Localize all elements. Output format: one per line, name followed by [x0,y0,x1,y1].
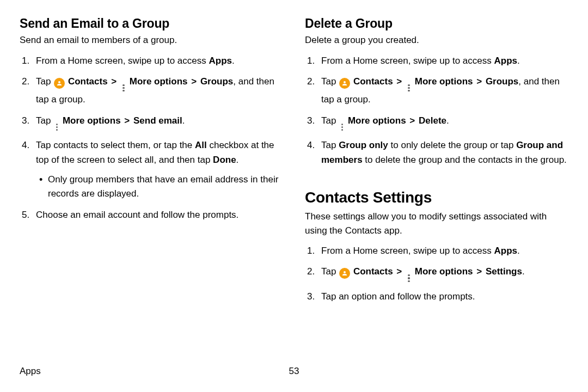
more-options-label: More options [63,115,121,126]
text: From a Home screen, swipe up to access [321,246,494,256]
text: to delete the group and the contacts in … [363,155,567,165]
settings-label: Settings [486,266,522,277]
chevron-icon: > [124,115,130,126]
apps-label: Apps [209,56,232,66]
text: Tap [36,76,53,87]
more-options-label: More options [415,76,473,87]
text: Only group members that have an email ad… [48,174,278,199]
text: . [446,115,449,126]
text: From a Home screen, swipe up to access [321,56,494,66]
step-item: Tap More options > Delete. [305,114,568,132]
step-item: Tap an option and follow the prompts. [305,290,568,304]
chevron-icon: > [111,76,117,87]
delete-group-steps: From a Home screen, swipe up to access A… [305,54,568,168]
step-item: Tap Contacts > More options > Settings. [305,265,568,283]
text: Tap [36,115,53,126]
groups-label: Groups [200,76,233,87]
more-options-label: More options [415,266,473,277]
more-options-label: More options [130,76,188,87]
more-options-icon [406,273,412,283]
more-options-icon [339,122,345,132]
step-item: Tap Contacts > More options > Groups, an… [20,75,283,107]
contacts-settings-steps: From a Home screen, swipe up to access A… [305,244,568,304]
contacts-icon [54,78,65,89]
more-options-icon [121,83,126,93]
more-options-icon [54,122,59,132]
text: Choose an email account and follow the p… [36,210,238,220]
chevron-icon: > [396,266,402,277]
text: Tap [321,140,339,150]
page-footer: Apps 53 [20,366,568,377]
footer-section-label: Apps [20,366,41,377]
left-column: Send an Email to a Group Send an email t… [20,16,283,310]
delete-group-intro: Delete a group you created. [305,33,568,47]
contacts-icon [339,78,350,89]
chevron-icon: > [396,76,402,87]
send-email-group-intro: Send an email to members of a group. [20,33,283,47]
apps-label: Apps [494,56,517,66]
contacts-settings-heading: Contacts Settings [305,189,568,206]
contacts-label: Contacts [353,76,393,87]
group-only-label: Group only [339,140,388,150]
text: to only delete the group or tap [388,140,516,150]
step-item: From a Home screen, swipe up to access A… [305,244,568,258]
text: . [236,155,239,165]
text: Tap an option and follow the prompts. [321,291,475,302]
all-label: All [195,140,207,150]
chevron-icon: > [476,76,482,87]
delete-label: Delete [419,115,446,126]
more-options-label: More options [348,115,406,126]
right-column: Delete a Group Delete a group you create… [305,16,568,310]
text: Tap [321,266,339,277]
step-item: From a Home screen, swipe up to access A… [20,54,283,68]
step-item: Tap More options > Send email. [20,114,283,132]
text: From a Home screen, swipe up to access [36,56,209,66]
chevron-icon: > [409,115,415,126]
text: . [522,266,525,277]
send-email-label: Send email [133,115,182,126]
step-item: Tap Contacts > More options > Groups, an… [305,75,568,107]
delete-group-heading: Delete a Group [305,16,568,31]
contacts-label: Contacts [68,76,108,87]
step-item: From a Home screen, swipe up to access A… [305,54,568,68]
chevron-icon: > [191,76,197,87]
contacts-icon [339,268,350,279]
footer-page-number: 53 [289,366,299,377]
send-email-group-heading: Send an Email to a Group [20,16,283,31]
more-options-icon [406,83,412,93]
step-item: Choose an email account and follow the p… [20,208,283,222]
done-label: Done [213,155,236,165]
text: Tap [321,76,339,87]
step-item: Tap Group only to only delete the group … [305,138,568,167]
text: . [517,56,520,66]
text: . [232,56,235,66]
chevron-icon: > [476,266,482,277]
text: Tap [321,115,339,126]
send-email-group-steps: From a Home screen, swipe up to access A… [20,54,283,223]
groups-label: Groups [486,76,518,87]
step-item: Tap contacts to select them, or tap the … [20,138,283,201]
contacts-label: Contacts [353,266,393,277]
text: . [182,115,185,126]
substep-list: Only group members that have an email ad… [36,173,283,201]
text: Tap contacts to select them, or tap the [36,140,195,150]
apps-label: Apps [494,246,517,256]
contacts-settings-intro: These settings allow you to modify setti… [305,210,568,237]
substep-item: Only group members that have an email ad… [36,173,283,201]
text: . [517,246,520,256]
